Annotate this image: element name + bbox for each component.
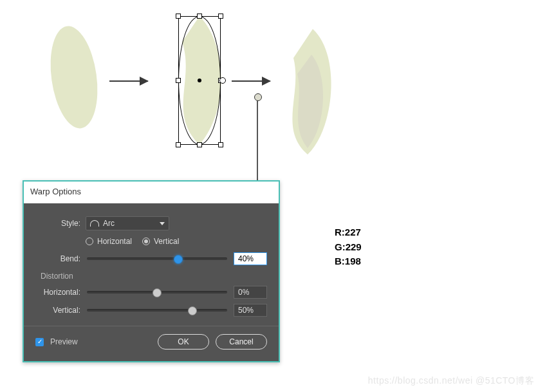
rgb-r: R:227: [335, 225, 362, 240]
chevron-down-icon: [160, 222, 165, 225]
style-label: Style:: [35, 219, 80, 228]
distortion-vertical-label: Vertical:: [35, 306, 80, 315]
style-value: Arc: [103, 219, 115, 228]
bend-value-input[interactable]: 40%: [234, 252, 267, 265]
rgb-readout: R:227 G:229 B:198: [335, 225, 362, 269]
watermark-text: https://blog.csdn.net/wei @51CTO博客: [368, 375, 534, 387]
warp-options-dialog: Warp Options Style: Arc Horizontal Verti…: [23, 180, 280, 362]
radio-label: Horizontal: [97, 237, 132, 246]
distortion-vertical-slider[interactable]: [87, 309, 227, 312]
ok-button[interactable]: OK: [158, 334, 209, 350]
resize-handle[interactable]: [176, 78, 181, 83]
selected-flame-shape[interactable]: [171, 16, 228, 145]
distortion-horizontal-slider[interactable]: [87, 291, 227, 294]
rgb-g: G:229: [335, 240, 362, 255]
slider-thumb[interactable]: [174, 255, 183, 264]
distortion-horizontal-value[interactable]: 0%: [234, 286, 267, 299]
cancel-button[interactable]: Cancel: [216, 334, 267, 350]
resize-handle[interactable]: [176, 14, 181, 19]
resize-handle[interactable]: [218, 14, 223, 19]
original-ellipse: [44, 23, 104, 131]
resize-handle[interactable]: [197, 14, 202, 19]
bend-slider[interactable]: [87, 257, 227, 260]
bend-label: Bend:: [35, 254, 80, 263]
slider-thumb[interactable]: [188, 306, 197, 315]
resize-handle[interactable]: [176, 142, 181, 147]
result-flame-shape: [282, 29, 340, 154]
radio-icon: [142, 238, 150, 245]
resize-handle[interactable]: [197, 142, 202, 147]
center-point[interactable]: [198, 79, 201, 82]
style-dropdown[interactable]: Arc: [86, 216, 169, 230]
distortion-section-label: Distortion: [41, 272, 267, 281]
slider-thumb[interactable]: [153, 288, 162, 297]
rgb-b: B:198: [335, 254, 362, 269]
distortion-horizontal-label: Horizontal:: [35, 288, 80, 297]
radio-label: Vertical: [154, 237, 179, 246]
arc-icon: [90, 220, 99, 227]
radio-icon: [86, 238, 93, 245]
arrow-icon: [232, 80, 270, 82]
resize-handle[interactable]: [218, 142, 223, 147]
dialog-title: Warp Options: [24, 182, 279, 203]
orientation-vertical-radio[interactable]: Vertical: [142, 237, 179, 246]
preview-label: Preview: [50, 337, 78, 346]
transform-origin-icon[interactable]: [219, 77, 226, 84]
divider: [24, 326, 279, 326]
orientation-horizontal-radio[interactable]: Horizontal: [86, 237, 132, 246]
distortion-vertical-value[interactable]: 50%: [234, 304, 267, 317]
preview-checkbox[interactable]: ✓: [35, 338, 44, 346]
arrow-icon: [109, 80, 148, 82]
